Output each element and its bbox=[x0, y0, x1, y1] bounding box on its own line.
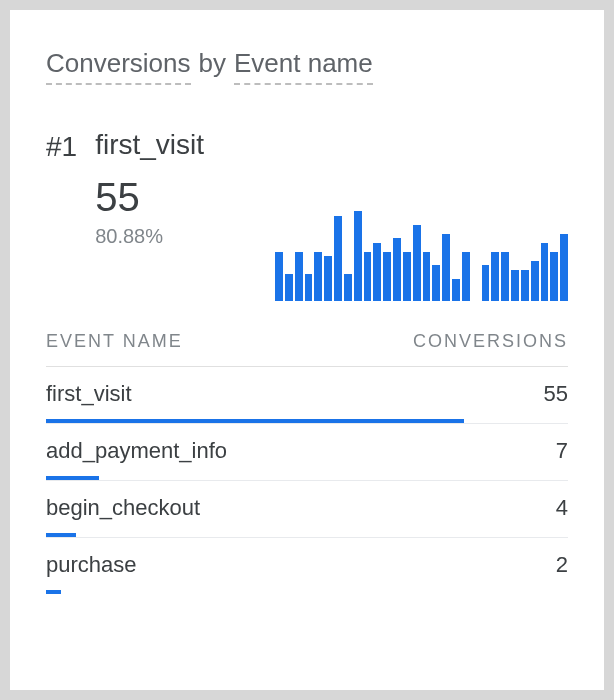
hero-section: #1 first_visit 55 80.88% bbox=[46, 129, 568, 301]
row-bar-track bbox=[46, 419, 568, 423]
sparkline-bar bbox=[482, 265, 490, 301]
sparkline-bar bbox=[354, 211, 362, 301]
hero-rank: #1 bbox=[46, 129, 77, 163]
row-bar-track bbox=[46, 533, 568, 537]
row-event-name: add_payment_info bbox=[46, 438, 227, 464]
row-conversions: 7 bbox=[556, 438, 568, 464]
card-title[interactable]: Conversions by Event name bbox=[46, 48, 568, 85]
table-header: EVENT NAME CONVERSIONS bbox=[46, 331, 568, 367]
sparkline-bar bbox=[560, 234, 568, 302]
sparkline-bar bbox=[531, 261, 539, 302]
row-bar-track bbox=[46, 590, 568, 594]
sparkline-bar bbox=[393, 238, 401, 301]
sparkline-bar bbox=[511, 270, 519, 302]
sparkline-bar bbox=[491, 252, 499, 302]
sparkline-bar bbox=[285, 274, 293, 301]
sparkline-bar bbox=[275, 252, 283, 302]
hero-event-name: first_visit bbox=[95, 129, 568, 161]
sparkline-bar bbox=[423, 252, 431, 302]
row-conversions: 4 bbox=[556, 495, 568, 521]
column-conversions: CONVERSIONS bbox=[413, 331, 568, 352]
table-body: first_visit55add_payment_info7begin_chec… bbox=[46, 367, 568, 594]
sparkline-bar bbox=[305, 274, 313, 301]
title-dimension: Event name bbox=[234, 48, 373, 85]
sparkline-chart bbox=[275, 211, 568, 301]
sparkline-bar bbox=[501, 252, 509, 302]
sparkline-bar bbox=[324, 256, 332, 301]
sparkline-bar bbox=[314, 252, 322, 302]
sparkline-bar bbox=[364, 252, 372, 302]
sparkline-bar bbox=[550, 252, 558, 302]
row-event-name: first_visit bbox=[46, 381, 132, 407]
column-event-name: EVENT NAME bbox=[46, 331, 183, 352]
hero-value: 55 bbox=[95, 177, 245, 217]
sparkline-bar bbox=[344, 274, 352, 301]
row-event-name: begin_checkout bbox=[46, 495, 200, 521]
row-bar-track bbox=[46, 476, 568, 480]
sparkline-bar bbox=[432, 265, 440, 301]
sparkline-bar bbox=[334, 216, 342, 302]
sparkline-bar bbox=[383, 252, 391, 302]
sparkline-bar bbox=[452, 279, 460, 302]
row-conversions: 55 bbox=[544, 381, 568, 407]
row-bar-fill bbox=[46, 476, 99, 480]
table-row[interactable]: add_payment_info7 bbox=[46, 424, 568, 481]
sparkline-bar bbox=[403, 252, 411, 302]
title-by: by bbox=[199, 48, 226, 85]
sparkline-bar bbox=[413, 225, 421, 302]
hero-percentage: 80.88% bbox=[95, 225, 245, 248]
sparkline-bar bbox=[541, 243, 549, 302]
sparkline-bar bbox=[295, 252, 303, 302]
table-row[interactable]: begin_checkout4 bbox=[46, 481, 568, 538]
sparkline-bar bbox=[373, 243, 381, 302]
sparkline-bar bbox=[442, 234, 450, 302]
row-bar-fill bbox=[46, 419, 464, 423]
title-metric: Conversions bbox=[46, 48, 191, 85]
row-bar-fill bbox=[46, 533, 76, 537]
sparkline-bar bbox=[462, 252, 470, 302]
row-event-name: purchase bbox=[46, 552, 137, 578]
table-row[interactable]: first_visit55 bbox=[46, 367, 568, 424]
row-bar-fill bbox=[46, 590, 61, 594]
card: Conversions by Event name #1 first_visit… bbox=[10, 10, 604, 690]
sparkline-bar bbox=[521, 270, 529, 302]
table-row[interactable]: purchase2 bbox=[46, 538, 568, 594]
row-conversions: 2 bbox=[556, 552, 568, 578]
